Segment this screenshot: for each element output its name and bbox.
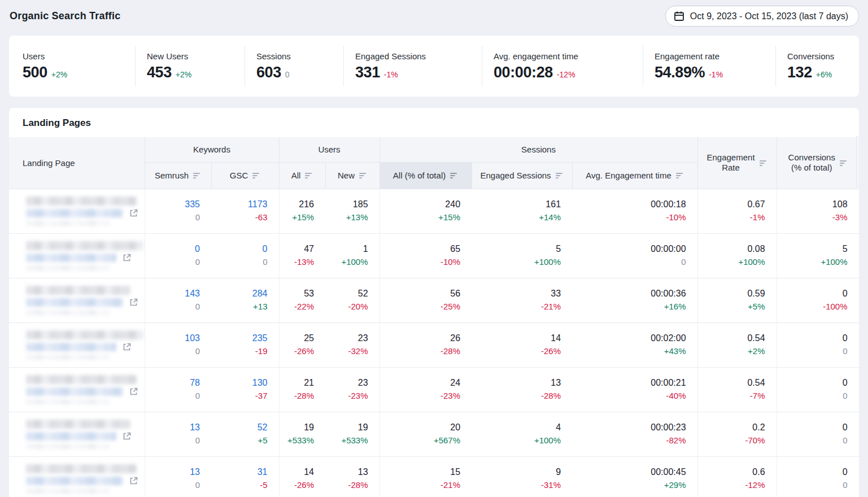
cell-value[interactable]: 284 <box>211 288 268 299</box>
blurred-page-url-link[interactable] <box>26 209 123 217</box>
cell-semrush[interactable]: 1030 <box>145 322 211 367</box>
cell-delta: 0 <box>145 479 200 491</box>
blurred-page-meta <box>26 355 110 360</box>
col-header-engaged-sessions[interactable]: Engaged Sessions <box>472 162 572 189</box>
cell-value: 0.2 <box>698 422 765 433</box>
col-header-users-all[interactable]: All <box>279 162 325 189</box>
kpi-value: 00:00:28 <box>494 64 553 81</box>
cell-value[interactable]: 0 <box>211 243 268 255</box>
external-link-icon[interactable] <box>122 342 132 352</box>
cell-delta: -32% <box>325 346 368 357</box>
cell-value: 00:00:21 <box>572 377 686 389</box>
cell-delta: -25% <box>380 301 461 312</box>
col-header-semrush[interactable]: Semrush <box>145 162 211 189</box>
cell-semrush[interactable]: 130 <box>145 456 211 497</box>
external-link-icon[interactable] <box>129 208 138 218</box>
blurred-page-url-link[interactable] <box>26 254 116 262</box>
cell-gsc[interactable]: 235-19 <box>211 322 279 367</box>
external-link-icon[interactable] <box>129 387 138 396</box>
cell-delta: +2% <box>698 346 765 357</box>
cell-avg_time: 00:00:18-10% <box>572 189 697 233</box>
cell-conversions: 108-3% <box>777 189 859 233</box>
cell-gsc[interactable]: 130-37 <box>211 367 279 412</box>
table-row: 000047-13%1+100%65-10%5+100%00:00:0000.0… <box>9 233 859 278</box>
table-row: 33501173-63216+15%185+13%240+15%161+14%0… <box>9 189 859 233</box>
blurred-page-url-link[interactable] <box>26 387 123 396</box>
col-header-engagement-rate[interactable]: EngagementRate <box>697 137 777 189</box>
top-bar: Organic Search Traffic Oct 9, 2023 - Oct… <box>0 0 868 31</box>
cell-delta: -10% <box>572 212 686 223</box>
cell-value[interactable]: 130 <box>211 377 268 389</box>
landing-pages-card: Landing Pages Landing Page Keywords User… <box>9 108 859 497</box>
cell-gsc[interactable]: 1173-63 <box>211 189 279 233</box>
cell-value: 25 <box>280 333 315 344</box>
cell-delta: +13 <box>211 301 268 312</box>
cell-users_new: 23-23% <box>325 367 380 412</box>
cell-eng_rate: 0.54+2% <box>697 322 777 367</box>
col-header-sessions-all[interactable]: All (% of total) <box>380 162 472 189</box>
cell-value[interactable]: 31 <box>211 467 268 478</box>
cell-avg_time: 00:02:00+43% <box>572 322 697 367</box>
cell-gsc[interactable]: 52+5 <box>211 412 279 456</box>
external-link-icon[interactable] <box>122 253 132 263</box>
cell-semrush[interactable]: 3350 <box>145 189 211 233</box>
blurred-page-url-link[interactable] <box>26 477 123 485</box>
cell-value[interactable]: 78 <box>145 377 200 389</box>
cell-value[interactable]: 235 <box>211 333 268 344</box>
cell-semrush[interactable]: 780 <box>145 367 211 412</box>
sort-icon <box>193 172 201 179</box>
cell-gsc[interactable]: 31-5 <box>211 456 279 497</box>
sort-icon <box>760 160 767 167</box>
cell-eng_rate: 0.59+5% <box>697 278 777 322</box>
cell-value[interactable]: 52 <box>211 422 268 433</box>
group-header-users: Users <box>279 137 380 162</box>
cell-value: 00:00:23 <box>572 422 686 433</box>
cell-value[interactable]: 13 <box>145 422 200 433</box>
cell-value[interactable]: 13 <box>145 467 200 478</box>
cell-value[interactable]: 0 <box>145 243 200 255</box>
date-range-label: Oct 9, 2023 - Oct 15, 2023 (last 7 days) <box>690 11 848 21</box>
cell-value[interactable]: 335 <box>145 199 200 210</box>
cell-gsc[interactable]: 284+13 <box>211 278 279 322</box>
cell-semrush[interactable]: 130 <box>145 412 211 456</box>
cell-delta: -22% <box>280 301 315 312</box>
cell-delta: -23% <box>325 390 368 402</box>
blurred-page-url-link[interactable] <box>26 432 116 441</box>
external-link-icon[interactable] <box>129 476 138 486</box>
landing-page-cell <box>9 322 145 367</box>
external-link-icon[interactable] <box>122 431 132 441</box>
cell-value[interactable]: 103 <box>145 333 200 344</box>
sort-icon <box>840 160 848 167</box>
cell-avg_time: 00:00:000 <box>572 233 697 278</box>
cell-value: 26 <box>380 333 461 344</box>
kpi-summary-card: Users 500 +2% New Users 453 +2% Sessions… <box>9 36 859 97</box>
blurred-page-url-link[interactable] <box>26 298 123 307</box>
cell-users_all: 47-13% <box>279 233 325 278</box>
cell-semrush[interactable]: 1430 <box>145 278 211 322</box>
cell-delta: -40% <box>572 390 686 402</box>
cell-users_all: 14-26% <box>279 456 325 497</box>
cell-users_all: 216+15% <box>279 189 325 233</box>
cell-value[interactable]: 143 <box>145 288 200 299</box>
cell-conversions: 00 <box>777 367 859 412</box>
cell-conversions: 00 <box>777 456 859 497</box>
cell-conversions: 00 <box>777 322 859 367</box>
cell-semrush[interactable]: 00 <box>145 233 211 278</box>
cell-value: 1 <box>325 243 368 255</box>
blurred-page-url-link[interactable] <box>26 343 116 351</box>
col-header-gsc[interactable]: GSC <box>211 162 279 189</box>
col-header-conversions[interactable]: Conversions(% of total) <box>777 137 859 189</box>
landing-page-cell <box>9 189 145 233</box>
blurred-page-title <box>26 464 137 473</box>
external-link-icon[interactable] <box>129 298 138 307</box>
cell-gsc[interactable]: 00 <box>211 233 279 278</box>
col-header-avg-engagement-time[interactable]: Avg. Engagement time <box>572 162 697 189</box>
date-range-button[interactable]: Oct 9, 2023 - Oct 15, 2023 (last 7 days) <box>665 6 859 27</box>
blurred-page-meta <box>26 265 110 271</box>
cell-conversions: 00 <box>777 412 859 456</box>
cell-delta: 0 <box>145 256 200 268</box>
cell-value: 0 <box>777 467 848 478</box>
kpi-label: New Users <box>147 51 245 61</box>
col-header-users-new[interactable]: New <box>325 162 380 189</box>
cell-value[interactable]: 1173 <box>211 199 268 210</box>
